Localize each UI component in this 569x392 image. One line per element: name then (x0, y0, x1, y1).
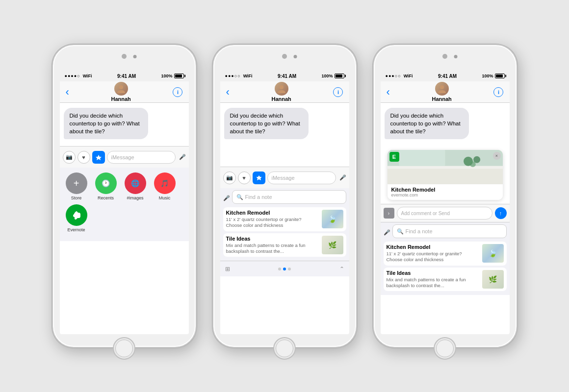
app-drawer-1: + Store 🕐 Recents 🌐 #images 🎵 Music (60, 168, 189, 241)
appstore-icon-2[interactable] (253, 172, 265, 184)
status-bar-1: ●●●●○ WiFi 9:41 AM 100% (60, 71, 189, 81)
home-button-3[interactable] (434, 337, 456, 360)
bottom-tabs-2: ⊞ ⌃ (220, 261, 349, 276)
contact-info-3: Hannah (432, 82, 451, 102)
input-bar-2: 📷 ♥ iMessage 🎤 (220, 167, 349, 188)
recents-icon: 🕐 (95, 172, 117, 194)
wifi-1: WiFi (83, 74, 92, 78)
nav-bar-2: ‹ Hannah i (220, 81, 349, 103)
search-bar-2[interactable]: 🔍 Find a note (232, 190, 346, 204)
info-button-1[interactable]: i (173, 87, 182, 97)
evernote-mic-2: 🎤 (223, 195, 230, 201)
heart-icon-1[interactable]: ♥ (78, 151, 90, 164)
note-item-tile-3[interactable]: Tile Ideas Mix and match patterns to cre… (384, 268, 507, 292)
images-app[interactable]: 🌐 #images (123, 172, 148, 200)
svg-point-0 (119, 85, 123, 89)
home-button-inner-1 (115, 340, 133, 357)
evernote-icon (66, 204, 87, 226)
avatar-1 (114, 82, 128, 96)
back-button-1[interactable]: ‹ (66, 87, 69, 98)
recents-app[interactable]: 🕐 Recents (93, 172, 119, 200)
contact-name-2: Hannah (271, 96, 291, 102)
signal-strength-3: ●●●○○ (386, 74, 401, 78)
avatar-2 (275, 82, 288, 96)
phone-1: ●●●●○ WiFi 9:41 AM 100% ‹ (52, 44, 197, 348)
avatar-3 (435, 82, 449, 96)
expand-button-3[interactable]: › (384, 208, 394, 219)
time-1: 9:41 AM (117, 74, 136, 79)
message-bubble-3: Did you decide which countertop to go wi… (385, 108, 469, 139)
music-icon: 🎵 (154, 172, 176, 194)
note-content-kitchen-2: Kitchen Remodel 11' x 2' quartz countert… (226, 210, 319, 229)
contact-name-3: Hannah (432, 96, 451, 102)
signal-strength-1: ●●●●○ (65, 74, 80, 78)
note-thumb-kitchen-3: 🍃 (482, 244, 504, 263)
note-card-image: E × (388, 150, 503, 184)
tab-dot-2-2[interactable] (283, 268, 286, 270)
nav-bar-3: ‹ Hannah i (381, 81, 510, 103)
music-app[interactable]: 🎵 Music (152, 172, 178, 200)
tab-dots-2 (278, 268, 291, 270)
battery-icon-3 (495, 74, 505, 78)
camera-icon-1[interactable]: 📷 (63, 151, 76, 164)
svg-rect-5 (388, 166, 503, 169)
note-content-kitchen-3: Kitchen Remodel 11' x 2' quartz countert… (387, 244, 479, 263)
tab-dot-1-2[interactable] (278, 268, 281, 270)
note-card-footer: Kitchen Remodel evernote.com (388, 184, 503, 200)
note-content-tile-3: Tile Ideas Mix and match patterns to cre… (387, 270, 479, 289)
mic-icon-2: 🎤 (339, 174, 346, 181)
images-icon: 🌐 (125, 172, 146, 194)
phone-2-screen: ●●●○○ WiFi 9:41 AM 100% ‹ (220, 71, 349, 334)
svg-point-1 (280, 85, 284, 89)
battery-label-3: 100% (482, 74, 493, 78)
app-row-2: Evernote (64, 204, 185, 232)
chevron-up-2[interactable]: ⌃ (339, 266, 344, 272)
comment-input-3[interactable]: Add comment or Send (397, 207, 492, 220)
input-bar-1: 📷 ♥ iMessage 🎤 (60, 146, 189, 168)
heart-icon-2[interactable]: ♥ (238, 172, 251, 184)
camera-icon-2[interactable]: 📷 (223, 172, 236, 184)
note-item-tile-2[interactable]: Tile Ideas Mix and match patterns to cre… (223, 233, 346, 257)
home-button-inner-3 (436, 340, 454, 357)
svg-rect-6 (399, 150, 445, 166)
tab-dot-3-2[interactable] (288, 268, 291, 270)
grid-icon-2[interactable]: ⊞ (225, 266, 230, 272)
contact-name-1: Hannah (111, 96, 130, 102)
shared-note-card[interactable]: E × Kitchen Remodel evernote.com (388, 150, 503, 200)
imessage-input-2[interactable]: iMessage (267, 172, 336, 184)
phone-2: ●●●○○ WiFi 9:41 AM 100% ‹ (212, 44, 357, 348)
app-row-1: + Store 🕐 Recents 🌐 #images 🎵 Music (64, 172, 185, 200)
imessage-input-1[interactable]: iMessage (107, 151, 176, 164)
evernote-badge-card: E (389, 152, 399, 162)
message-bubble-2: Did you decide which countertop to go wi… (224, 108, 309, 139)
svg-point-2 (440, 85, 444, 89)
back-button-2[interactable]: ‹ (226, 87, 230, 98)
send-button-3[interactable]: ↑ (495, 207, 507, 219)
status-bar-3: ●●●○○ WiFi 9:41 AM 100% (381, 71, 510, 81)
mic-icon-1: 🎤 (179, 154, 186, 160)
close-button-card[interactable]: × (493, 152, 501, 160)
home-button-2[interactable] (273, 337, 296, 360)
store-app[interactable]: + Store (64, 172, 89, 200)
nav-bar-1: ‹ Hannah i (60, 81, 189, 103)
info-button-2[interactable]: i (333, 87, 343, 97)
evernote-app[interactable]: Evernote (64, 204, 89, 232)
back-button-3[interactable]: ‹ (387, 87, 390, 98)
note-item-kitchen-3[interactable]: Kitchen Remodel 11' x 2' quartz countert… (384, 242, 507, 266)
messages-area-2: Did you decide which countertop to go wi… (220, 103, 349, 167)
contact-info-1: Hannah (111, 82, 130, 102)
evernote-panel-2: 🎤 🔍 Find a note Kitchen Remodel 11' x 2'… (220, 188, 349, 261)
note-item-kitchen-2[interactable]: Kitchen Remodel 11' x 2' quartz countert… (223, 207, 346, 231)
appstore-icon-1[interactable] (92, 151, 105, 164)
search-bar-3[interactable]: 🔍 Find a note (392, 224, 507, 238)
wifi-2: WiFi (243, 74, 253, 78)
time-3: 9:41 AM (438, 74, 457, 79)
home-button-1[interactable] (113, 337, 135, 360)
info-button-3[interactable]: i (493, 87, 503, 97)
signal-strength-2: ●●●○○ (225, 74, 241, 78)
store-icon: + (66, 172, 87, 194)
phone-1-screen: ●●●●○ WiFi 9:41 AM 100% ‹ (60, 71, 189, 334)
svg-rect-4 (388, 167, 503, 184)
note-thumb-kitchen-2: 🍃 (322, 210, 343, 228)
wifi-3: WiFi (404, 74, 413, 78)
